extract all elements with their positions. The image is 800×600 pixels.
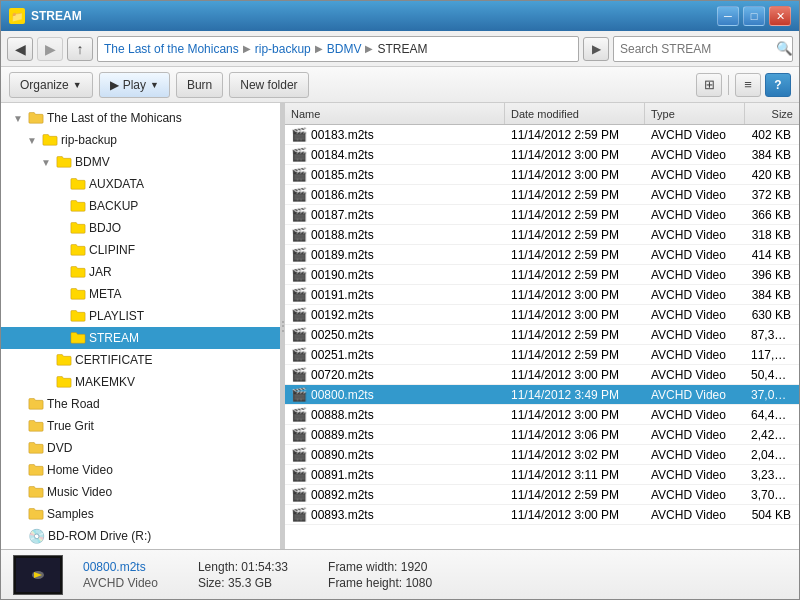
file-name: 00800.m2ts [311,388,374,402]
table-row[interactable]: 🎬 00251.m2ts 11/14/2012 2:59 PM AVCHD Vi… [285,345,799,365]
view-options-button[interactable]: ⊞ [696,73,722,97]
breadcrumb-item-3[interactable]: BDMV [327,42,362,56]
sidebar-item-label: rip-backup [61,133,117,147]
sidebar-item-the-last-of-the-mohicans[interactable]: ▼ The Last of the Mohicans [1,107,280,129]
file-icon: 🎬 [291,487,307,502]
status-details-right: Frame width: 1920 Frame height: 1080 [328,560,432,590]
col-header-size[interactable]: Size [745,103,799,124]
sidebar-item-samples[interactable]: Samples [1,503,280,525]
sidebar-item-the-road[interactable]: The Road [1,393,280,415]
file-name-cell: 🎬 00183.m2ts [285,127,505,142]
new-folder-button[interactable]: New folder [229,72,308,98]
file-size: 117,690 KB [745,348,799,362]
file-name: 00192.m2ts [311,308,374,322]
sidebar-item-certificate[interactable]: CERTIFICATE [1,349,280,371]
table-row[interactable]: 🎬 00891.m2ts 11/14/2012 3:11 PM AVCHD Vi… [285,465,799,485]
sidebar-item-bdjo[interactable]: BDJO [1,217,280,239]
table-row[interactable]: 🎬 00192.m2ts 11/14/2012 3:00 PM AVCHD Vi… [285,305,799,325]
go-button[interactable]: ▶ [583,37,609,61]
col-header-date[interactable]: Date modified [505,103,645,124]
table-row[interactable]: 🎬 00183.m2ts 11/14/2012 2:59 PM AVCHD Vi… [285,125,799,145]
file-type: AVCHD Video [645,408,745,422]
folder-icon [70,242,86,259]
table-row[interactable]: 🎬 00190.m2ts 11/14/2012 2:59 PM AVCHD Vi… [285,265,799,285]
tree-toggle[interactable]: ▼ [13,113,25,124]
file-type: AVCHD Video [645,288,745,302]
file-name-cell: 🎬 00186.m2ts [285,187,505,202]
tree-toggle[interactable]: ▼ [27,135,39,146]
table-row[interactable]: 🎬 00892.m2ts 11/14/2012 2:59 PM AVCHD Vi… [285,485,799,505]
table-row[interactable]: 🎬 00893.m2ts 11/14/2012 3:00 PM AVCHD Vi… [285,505,799,525]
table-row[interactable]: 🎬 00191.m2ts 11/14/2012 3:00 PM AVCHD Vi… [285,285,799,305]
sidebar-item-auxdata[interactable]: AUXDATA [1,173,280,195]
search-input[interactable] [614,42,776,56]
sidebar-item-dvd[interactable]: DVD [1,437,280,459]
burn-button[interactable]: Burn [176,72,223,98]
sidebar-item-stream[interactable]: STREAM [1,327,280,349]
file-name-cell: 🎬 00250.m2ts [285,327,505,342]
col-header-type[interactable]: Type [645,103,745,124]
table-row[interactable]: 🎬 00184.m2ts 11/14/2012 3:00 PM AVCHD Vi… [285,145,799,165]
size-label: Size: [198,576,225,590]
table-row[interactable]: 🎬 00888.m2ts 11/14/2012 3:00 PM AVCHD Vi… [285,405,799,425]
sidebar-item-makemkv[interactable]: MAKEMKV [1,371,280,393]
sidebar-item-bd-rom-drive--r--[interactable]: 💿BD-ROM Drive (R:) [1,525,280,547]
table-row[interactable]: 🎬 00186.m2ts 11/14/2012 2:59 PM AVCHD Vi… [285,185,799,205]
toolbar: Organize ▼ ▶ Play ▼ Burn New folder ⊞ ≡ … [1,67,799,103]
sidebar-item-jar[interactable]: JAR [1,261,280,283]
title-bar: 📁 STREAM ─ □ ✕ [1,1,799,31]
sidebar-item-music-video[interactable]: Music Video [1,481,280,503]
sidebar-item-rip-backup[interactable]: ▼ rip-backup [1,129,280,151]
sidebar-item-backup[interactable]: BACKUP [1,195,280,217]
help-button[interactable]: ? [765,73,791,97]
table-row[interactable]: 🎬 00890.m2ts 11/14/2012 3:02 PM AVCHD Vi… [285,445,799,465]
file-name-cell: 🎬 00185.m2ts [285,167,505,182]
back-button[interactable]: ◀ [7,37,33,61]
table-row[interactable]: 🎬 00185.m2ts 11/14/2012 3:00 PM AVCHD Vi… [285,165,799,185]
table-row[interactable]: 🎬 00889.m2ts 11/14/2012 3:06 PM AVCHD Vi… [285,425,799,445]
minimize-button[interactable]: ─ [717,6,739,26]
file-name: 00892.m2ts [311,488,374,502]
file-date: 11/14/2012 2:59 PM [505,188,645,202]
sidebar-item-home-video[interactable]: Home Video [1,459,280,481]
table-row[interactable]: 🎬 00720.m2ts 11/14/2012 3:00 PM AVCHD Vi… [285,365,799,385]
status-info: 00800.m2ts AVCHD Video [83,560,158,590]
folder-icon [28,440,44,457]
table-row[interactable]: 🎬 00187.m2ts 11/14/2012 2:59 PM AVCHD Vi… [285,205,799,225]
col-header-name[interactable]: Name [285,103,505,124]
table-row[interactable]: 🎬 00189.m2ts 11/14/2012 2:59 PM AVCHD Vi… [285,245,799,265]
table-row[interactable]: 🎬 00188.m2ts 11/14/2012 2:59 PM AVCHD Vi… [285,225,799,245]
details-view-button[interactable]: ≡ [735,73,761,97]
sidebar-item-bdmv[interactable]: ▼ BDMV [1,151,280,173]
file-icon: 🎬 [291,327,307,342]
status-filename[interactable]: 00800.m2ts [83,560,158,574]
search-icon[interactable]: 🔍 [776,37,793,61]
file-name: 00888.m2ts [311,408,374,422]
maximize-button[interactable]: □ [743,6,765,26]
file-date: 11/14/2012 2:59 PM [505,228,645,242]
breadcrumb[interactable]: The Last of the Mohicans ▶ rip-backup ▶ … [97,36,579,62]
table-row[interactable]: 🎬 00250.m2ts 11/14/2012 2:59 PM AVCHD Vi… [285,325,799,345]
sidebar-item-label: CERTIFICATE [75,353,153,367]
breadcrumb-item-2[interactable]: rip-backup [255,42,311,56]
up-button[interactable]: ↑ [67,37,93,61]
file-name-cell: 🎬 00187.m2ts [285,207,505,222]
tree-toggle[interactable]: ▼ [41,157,53,168]
sidebar-item-playlist[interactable]: PLAYLIST [1,305,280,327]
close-button[interactable]: ✕ [769,6,791,26]
table-row[interactable]: 🎬 00800.m2ts 11/14/2012 3:49 PM AVCHD Vi… [285,385,799,405]
status-size: Size: 35.3 GB [198,576,288,590]
sidebar-item-label: Samples [47,507,94,521]
folder-icon [70,308,86,325]
sidebar-item-true-grit[interactable]: True Grit [1,415,280,437]
organize-button[interactable]: Organize ▼ [9,72,93,98]
file-size: 50,430 KB [745,368,799,382]
sidebar-item-meta[interactable]: META [1,283,280,305]
forward-button[interactable]: ▶ [37,37,63,61]
sidebar-item-clipinf[interactable]: CLIPINF [1,239,280,261]
play-button[interactable]: ▶ Play ▼ [99,72,170,98]
file-type: AVCHD Video [645,468,745,482]
breadcrumb-item-1[interactable]: The Last of the Mohicans [104,42,239,56]
file-type: AVCHD Video [645,208,745,222]
resize-handle[interactable] [281,103,285,549]
